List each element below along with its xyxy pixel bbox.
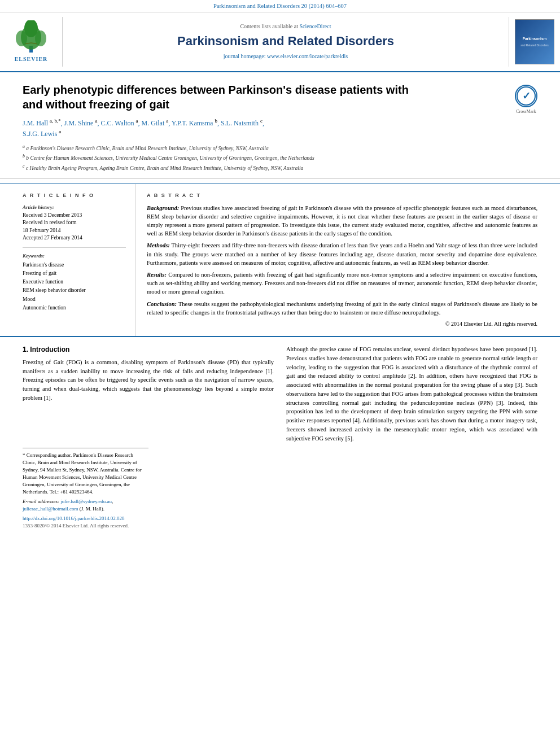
intro-paragraph-1: Freezing of Gait (FOG) is a common, disa… bbox=[23, 358, 274, 403]
conclusion-text: These results suggest the pathophysiolog… bbox=[147, 301, 537, 316]
intro-section-number: 1. bbox=[23, 346, 28, 353]
affiliations: a a Parkinson's Disease Research Clinic,… bbox=[23, 143, 537, 172]
keywords-section: Keywords: Parkinson's disease Freezing o… bbox=[23, 252, 126, 312]
crossmark-label: CrossMark bbox=[516, 108, 536, 115]
background-label: Background: bbox=[147, 205, 179, 211]
abstract-background: Background: Previous studies have associ… bbox=[147, 204, 537, 238]
corresponding-text: Parkinson's Disease Research Clinic, Bra… bbox=[23, 452, 142, 495]
elsevier-branding: ELSEVIER bbox=[0, 17, 62, 67]
history-group: Article history: Received 3 December 201… bbox=[23, 204, 126, 242]
article-info-abstract: A R T I C L E I N F O Article history: R… bbox=[0, 184, 560, 336]
abstract-methods: Methods: Thirty-eight freezers and fifty… bbox=[147, 241, 537, 267]
abstract-conclusion: Conclusion: These results suggest the pa… bbox=[147, 300, 537, 317]
email-label: E-mail addresses: bbox=[23, 499, 59, 504]
methods-text: Thirty-eight freezers and fifty-three no… bbox=[147, 242, 537, 265]
keyword-6: Autonomic function bbox=[23, 304, 126, 312]
svg-text:✓: ✓ bbox=[522, 90, 531, 102]
elsevier-logo: ELSEVIER bbox=[11, 20, 51, 63]
journal-title: Parkinsonism and Related Disorders bbox=[177, 33, 394, 50]
cover-subtitle: and Related Disorders bbox=[520, 43, 549, 47]
methods-label: Methods: bbox=[147, 242, 170, 248]
background-text: Previous studies have associated freezin… bbox=[147, 205, 537, 237]
email-note: E-mail addresses: julie.hall@sydney.edu.… bbox=[23, 498, 148, 513]
main-body: 1. Introduction Freezing of Gait (FOG) i… bbox=[0, 336, 560, 529]
corresponding-note: * Corresponding author. Parkinson's Dise… bbox=[23, 452, 148, 496]
elsevier-wordmark: ELSEVIER bbox=[15, 55, 48, 63]
journal-cover-image: Parkinsonism and Related Disorders bbox=[515, 19, 554, 64]
intro-paragraph-2: Although the precise cause of FOG remain… bbox=[286, 345, 537, 443]
body-left-col: 1. Introduction Freezing of Gait (FOG) i… bbox=[23, 345, 274, 529]
sciencedirect-link[interactable]: ScienceDirect bbox=[299, 23, 331, 29]
history-label: Article history: bbox=[23, 204, 126, 211]
body-right-col: Although the precise cause of FOG remain… bbox=[286, 345, 537, 529]
sciencedirect-line: Contents lists available at ScienceDirec… bbox=[240, 23, 331, 30]
issn-line: 1353-8020/© 2014 Elsevier Ltd. All right… bbox=[23, 522, 274, 530]
keywords-label: Keywords: bbox=[23, 252, 126, 260]
keyword-1: Parkinson's disease bbox=[23, 261, 126, 269]
abstract-results: Results: Compared to non-freezers, patie… bbox=[147, 270, 537, 296]
revised-label: Received in revised form bbox=[23, 219, 126, 226]
keyword-2: Freezing of gait bbox=[23, 269, 126, 278]
footnote-section: * Corresponding author. Parkinson's Dise… bbox=[23, 448, 148, 513]
article-info-heading: A R T I C L E I N F O bbox=[23, 192, 126, 199]
journal-reference-bar: Parkinsonism and Related Disorders 20 (2… bbox=[0, 0, 560, 12]
doi-link[interactable]: http://dx.doi.org/10.1016/j.parkreldis.2… bbox=[23, 515, 274, 522]
homepage-url: www.elsevier.com/locate/parkreldis bbox=[267, 53, 348, 59]
article-header: Early phenotypic differences between Par… bbox=[0, 72, 560, 179]
article-title: Early phenotypic differences between Par… bbox=[23, 82, 429, 112]
intro-section-label: Introduction bbox=[30, 346, 69, 353]
results-label: Results: bbox=[147, 272, 167, 278]
conclusion-label: Conclusion: bbox=[147, 301, 177, 307]
crossmark-badge: ✓ CrossMark bbox=[515, 85, 537, 115]
abstract-heading: A B S T R A C T bbox=[147, 192, 537, 199]
authors-text: J.M. Hall a, b,*, J.M. Shine a, C.C. Wal… bbox=[23, 119, 264, 138]
revised-date: 18 February 2014 bbox=[23, 227, 126, 234]
info-divider bbox=[23, 247, 126, 248]
authors-line: J.M. Hall a, b,*, J.M. Shine a, C.C. Wal… bbox=[23, 117, 537, 139]
footnotes-area: * Corresponding author. Parkinson's Dise… bbox=[23, 448, 274, 513]
abstract-column: A B S T R A C T Background: Previous stu… bbox=[135, 184, 537, 336]
received-date: Received 3 December 2013 bbox=[23, 212, 126, 219]
two-column-body: 1. Introduction Freezing of Gait (FOG) i… bbox=[23, 345, 537, 529]
elsevier-tree-icon bbox=[11, 20, 51, 54]
copyright-line: © 2014 Elsevier Ltd. All rights reserved… bbox=[147, 320, 537, 328]
results-text: Compared to non-freezers, patients with … bbox=[147, 272, 537, 295]
corresponding-label: * Corresponding author. bbox=[23, 452, 73, 458]
keyword-4: REM sleep behavior disorder bbox=[23, 286, 126, 295]
intro-section-title: 1. Introduction bbox=[23, 345, 274, 355]
email-link-2[interactable]: julierae_hall@hotmail.com bbox=[23, 506, 78, 512]
affiliation-c: c c Healthy Brain Ageing Program, Ageing… bbox=[23, 163, 537, 172]
keyword-5: Mood bbox=[23, 295, 126, 304]
crossmark-icon: ✓ bbox=[515, 85, 537, 107]
journal-ref-text: Parkinsonism and Related Disorders 20 (2… bbox=[213, 3, 347, 9]
journal-header: ELSEVIER Contents lists available at Sci… bbox=[0, 12, 560, 72]
journal-homepage: journal homepage: www.elsevier.com/locat… bbox=[224, 53, 348, 60]
article-info-column: A R T I C L E I N F O Article history: R… bbox=[23, 184, 135, 336]
affiliation-b: b b Centre for Human Movement Sciences, … bbox=[23, 153, 537, 162]
journal-cover-area: Parkinsonism and Related Disorders bbox=[509, 17, 560, 67]
email-suffix: (J. M. Hall). bbox=[80, 506, 104, 512]
keyword-3: Executive function bbox=[23, 278, 126, 286]
accepted-date: Accepted 27 February 2014 bbox=[23, 234, 126, 242]
email-link-1[interactable]: julie.hall@sydney.edu.au bbox=[60, 499, 112, 504]
affiliation-a: a a Parkinson's Disease Research Clinic,… bbox=[23, 143, 537, 152]
journal-title-area: Contents lists available at ScienceDirec… bbox=[62, 17, 509, 67]
cover-title-text: Parkinsonism bbox=[522, 36, 548, 42]
